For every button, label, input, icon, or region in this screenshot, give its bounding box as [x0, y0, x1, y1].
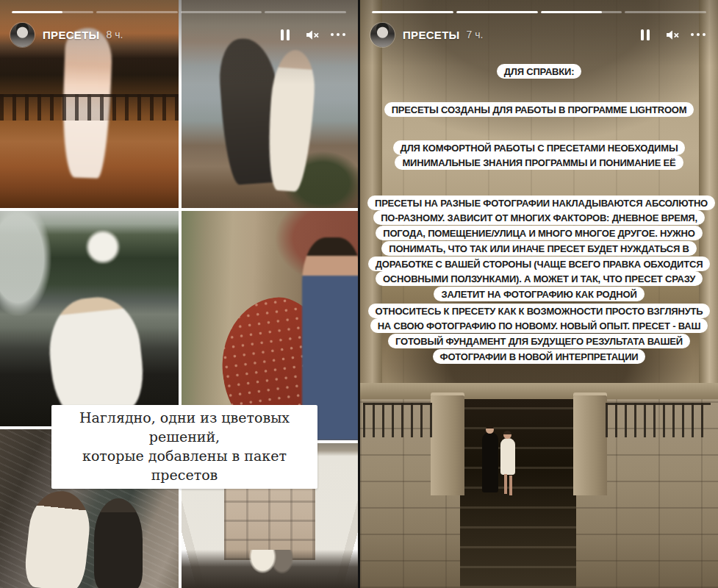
progress-segment: [181, 11, 262, 13]
username-label[interactable]: ПРЕСЕТЫ: [403, 29, 460, 41]
story-photo-car-bouquet: [0, 211, 179, 426]
text-block-lightroom: ПРЕСЕТЫ СОЗДАНЫ ДЛЯ РАБОТЫ В ПРОГРАММЕ L…: [367, 102, 711, 118]
text-block-details: ПРЕСЕТЫ НА РАЗНЫЕ ФОТОГРАФИИ НАКЛАДЫВАЮТ…: [367, 196, 711, 303]
text-pill: ПРЕСЕТЫ НА РАЗНЫЕ ФОТОГРАФИИ НАКЛАДЫВАЮТ…: [367, 196, 715, 302]
mute-button[interactable]: [661, 24, 683, 46]
text-pill: ДЛЯ СПРАВКИ:: [497, 64, 582, 79]
ellipsis-icon: [331, 33, 346, 37]
pause-button[interactable]: [634, 24, 656, 46]
staircase-opening: [460, 399, 576, 588]
bride-figure: [500, 438, 515, 475]
stone-pillar-right: [573, 395, 607, 495]
progress-segment: [541, 11, 622, 13]
avatar[interactable]: [10, 23, 35, 47]
more-options-button[interactable]: [327, 24, 349, 46]
stone-pillar-left: [431, 395, 464, 495]
text-pill: ОТНОСИТЕСЬ К ПРЕСЕТУ КАК К ВОЗМОЖНОСТИ П…: [368, 304, 711, 364]
story-panel-left[interactable]: Наглядно, одни из цветовых решений, кото…: [0, 0, 358, 588]
progress-segment: [456, 11, 538, 13]
text-block-advice: ОТНОСИТЕСЬ К ПРЕСЕТУ КАК К ВОЗМОЖНОСТИ П…: [367, 304, 711, 365]
groom-figure: [482, 432, 498, 492]
text-pill: ДЛЯ КОМФОРТНОЙ РАБОТЫ С ПРЕСЕТАМИ НЕОБХО…: [393, 140, 686, 171]
muted-speaker-icon: [664, 27, 680, 43]
pause-icon: [281, 29, 290, 40]
story-timestamp: 8 ч.: [107, 29, 123, 40]
progress-segment: [96, 11, 178, 13]
progress-segment: [372, 11, 453, 13]
progress-segment: [625, 11, 706, 13]
progress-segment: [12, 11, 93, 13]
story-header: ПРЕСЕТЫ 7 ч.: [370, 21, 709, 49]
mute-button[interactable]: [301, 24, 323, 46]
muted-speaker-icon: [304, 27, 320, 43]
more-options-button[interactable]: [687, 24, 709, 46]
story-progress-bar: [372, 11, 706, 13]
stone-ledge: [360, 383, 718, 399]
story-progress-bar: [12, 11, 346, 13]
pause-button[interactable]: [274, 24, 296, 46]
text-block-knowledge: ДЛЯ КОМФОРТНОЙ РАБОТЫ С ПРЕСЕТАМИ НЕОБХО…: [367, 140, 711, 171]
story-panel-right[interactable]: ДЛЯ СПРАВКИ: ПРЕСЕТЫ СОЗДАНЫ ДЛЯ РАБОТЫ …: [360, 0, 718, 588]
text-pill: ПРЕСЕТЫ СОЗДАНЫ ДЛЯ РАБОТЫ В ПРОГРАММЕ L…: [384, 102, 694, 117]
story-header: ПРЕСЕТЫ 8 ч.: [10, 21, 349, 49]
story-timestamp: 7 ч.: [467, 29, 484, 40]
progress-segment: [265, 11, 346, 13]
text-block-heading: ДЛЯ СПРАВКИ:: [367, 64, 711, 79]
username-label[interactable]: ПРЕСЕТЫ: [43, 29, 100, 41]
ellipsis-icon: [691, 33, 706, 37]
pause-icon: [641, 29, 650, 40]
iron-railing-left: [363, 403, 432, 437]
iron-railing-right: [606, 403, 711, 437]
story-caption: Наглядно, одни из цветовых решений, кото…: [51, 405, 317, 489]
avatar[interactable]: [370, 23, 395, 47]
